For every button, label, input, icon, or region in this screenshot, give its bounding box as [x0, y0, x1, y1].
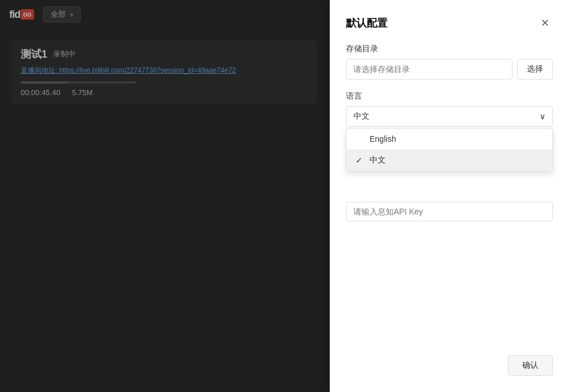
- language-select-display[interactable]: 中文 ∨: [346, 106, 553, 127]
- language-option-english[interactable]: English: [346, 129, 552, 149]
- language-option-chinese-label: 中文: [370, 155, 386, 165]
- language-dropdown: English ✓ 中文: [346, 128, 553, 172]
- check-mark-chinese: ✓: [356, 156, 365, 165]
- language-option-chinese[interactable]: ✓ 中文: [346, 149, 552, 171]
- modal-title: 默认配置: [346, 16, 387, 30]
- language-select-wrapper: 中文 ∨ English ✓ 中文: [346, 106, 553, 127]
- api-key-section: [346, 202, 553, 221]
- language-section: 语言 中文 ∨ English ✓ 中文: [346, 91, 553, 127]
- language-option-english-label: English: [370, 134, 396, 144]
- modal-panel: 默认配置 ✕ 存储目录 选择 语言 中文 ∨ English ✓: [330, 0, 569, 392]
- chevron-down-icon: ∨: [540, 112, 545, 121]
- storage-section: 存储目录 选择: [346, 44, 553, 80]
- select-folder-button[interactable]: 选择: [517, 59, 553, 80]
- storage-input[interactable]: [346, 59, 513, 80]
- language-current-value: 中文: [353, 111, 370, 122]
- api-key-input[interactable]: [346, 202, 553, 221]
- close-button[interactable]: ✕: [537, 17, 553, 29]
- modal-footer: 确认: [508, 355, 553, 376]
- confirm-button[interactable]: 确认: [508, 355, 553, 376]
- storage-input-row: 选择: [346, 59, 553, 80]
- modal-header: 默认配置 ✕: [346, 16, 553, 30]
- storage-label: 存储目录: [346, 44, 553, 54]
- language-label: 语言: [346, 91, 553, 101]
